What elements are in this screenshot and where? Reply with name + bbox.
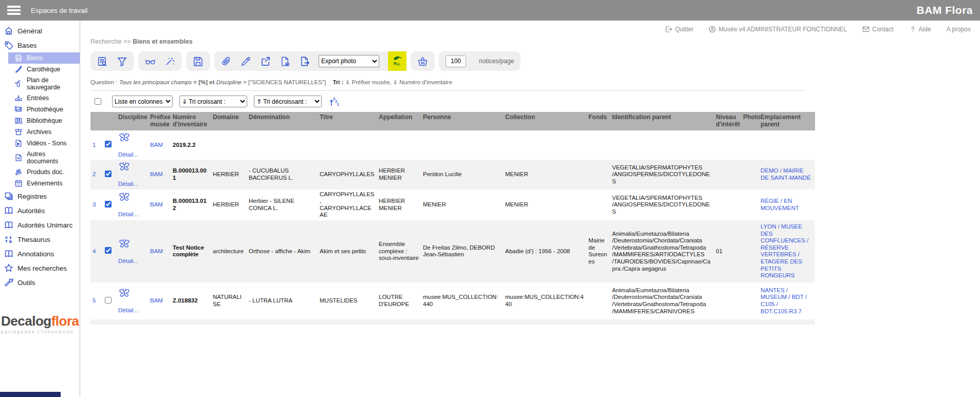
sidebar-item-phototheque[interactable]: Photothèque: [0, 104, 80, 115]
cell-emplacement-parent[interactable]: NANTES / MUSÉUM / BDT / C105 / BDT.C105.…: [761, 287, 807, 314]
top-bar: Espaces de travail BAM Flora: [0, 0, 980, 21]
file-video-icon: [14, 139, 23, 147]
star-icon: [4, 263, 13, 273]
cell-titre: [318, 130, 377, 160]
header-personne: Personne: [421, 112, 503, 130]
detail-link[interactable]: Détail...: [118, 181, 146, 188]
sidebar-item-label: Photothèque: [27, 106, 63, 113]
row-checkbox[interactable]: [105, 297, 112, 304]
cell-emplacement-parent[interactable]: LYON / MUSÉE DES CONFLUENCES / RÉSERVE V…: [761, 223, 808, 278]
cell-niveau-interet: [714, 319, 741, 325]
export-photo-select[interactable]: Export photo: [319, 55, 379, 67]
display-mode-select[interactable]: Liste en colonnes: [112, 96, 173, 107]
breadcrumb-current: Biens et ensembles: [133, 38, 193, 45]
list-search-icon[interactable]: [97, 56, 108, 67]
row-number-link[interactable]: 4: [93, 248, 96, 254]
row-number-link[interactable]: 2: [93, 171, 96, 177]
file-print-icon[interactable]: [280, 56, 290, 67]
page-size-input[interactable]: [446, 55, 466, 67]
quitter-link[interactable]: Quitter: [665, 26, 693, 33]
sidebar-item-thesaurus[interactable]: ABThesaurus: [0, 232, 80, 247]
row-checkbox[interactable]: [105, 247, 112, 254]
sidebar-item-archives[interactable]: Archives: [0, 126, 80, 138]
cell-fonds: [586, 319, 610, 325]
sidebar-item-annotations[interactable]: Annotations: [0, 247, 80, 261]
pencil-icon[interactable]: [241, 56, 251, 67]
select-all-checkbox[interactable]: [95, 98, 101, 105]
sort-desc-select[interactable]: ⇑ Tri décroissant :: [254, 96, 322, 107]
cell-photo: [741, 282, 759, 319]
header-identification-parent: Identification parent: [610, 112, 714, 130]
sidebar-item-bibliotheque[interactable]: Bibliothèque: [0, 115, 80, 126]
row-number-link[interactable]: 1: [93, 142, 96, 148]
book-icon: [4, 249, 13, 258]
cell-prefixe-musee[interactable]: BAM: [150, 171, 163, 177]
contact-link[interactable]: Contact: [862, 26, 893, 33]
cell-prefixe-musee[interactable]: BAM: [150, 142, 163, 148]
sidebar-item-bases[interactable]: Bases: [0, 38, 80, 52]
sidebar-item-videos-sons[interactable]: Vidéos - Sons: [0, 138, 80, 149]
header-fonds: Fonds: [586, 112, 610, 130]
magic-wand-icon[interactable]: [164, 56, 175, 67]
cell-appellation: [377, 130, 421, 160]
sidebar-item-evenements[interactable]: Evènements: [0, 178, 80, 189]
sidebar-item-label: Thesaurus: [17, 236, 50, 243]
sidebar-item-plan-de-sauvegarde[interactable]: Plan de sauvegarde: [0, 75, 80, 92]
cell-prefixe-musee[interactable]: BAM: [150, 201, 163, 207]
open-external-icon[interactable]: [260, 56, 271, 67]
sidebar-item-carotheque[interactable]: Carothèque: [0, 64, 80, 75]
sidebar-item-autres-documents[interactable]: Autres documents: [0, 149, 80, 166]
cell-denomination: - LUTRA LUTRA: [247, 282, 318, 319]
basket-icon[interactable]: [417, 56, 428, 67]
hamburger-menu-icon[interactable]: [7, 6, 21, 15]
sidebar-item-general[interactable]: Général: [0, 24, 80, 38]
row-number-link[interactable]: 5: [93, 297, 96, 304]
row-number-link[interactable]: 3: [93, 201, 96, 207]
sidebar-item-produits-doc[interactable]: Produits doc.: [0, 166, 80, 178]
sidebar-item-entrees[interactable]: Entrées: [0, 92, 80, 104]
row-checkbox[interactable]: [105, 171, 112, 177]
detail-link[interactable]: Détail...: [118, 258, 146, 265]
glasses-icon[interactable]: [145, 56, 156, 67]
paperclip-icon[interactable]: [221, 56, 232, 67]
detail-link[interactable]: Détail...: [118, 152, 146, 159]
cell-prefixe-musee[interactable]: BAM: [150, 297, 163, 304]
save-icon[interactable]: [193, 56, 204, 67]
cell-denomination: [247, 130, 318, 160]
user-menu[interactable]: Musée v4 ADMINISTRATEUR FONCTIONNEL: [709, 26, 847, 33]
cell-numero-inventaire: 2019.2.2: [173, 142, 196, 148]
results-table-wrap: Discipline Préfixe musée Numéro d'invent…: [90, 112, 980, 325]
decalog-logo: Decalogflora partageons l'innovation: [0, 314, 80, 334]
filter-icon[interactable]: [117, 56, 127, 67]
sort-asc-select[interactable]: ⇓ Tri croissant :: [179, 96, 247, 107]
toolbar-group-pagesize: notices/page: [439, 51, 521, 71]
cell-emplacement-parent[interactable]: RÉGIE / EN MOUVEMENT: [761, 198, 799, 211]
books-icon: [14, 117, 23, 125]
copies-icon: [4, 192, 13, 201]
apropos-link[interactable]: A propos: [947, 26, 971, 33]
sidebar-item-biens[interactable]: Biens: [8, 52, 80, 64]
sort-321-icon[interactable]: 321: [328, 96, 340, 107]
query-field-1: Tous les principaux champs: [119, 79, 192, 85]
bottom-partial-bar: [0, 392, 61, 397]
tag-icon: [4, 41, 13, 50]
row-checkbox[interactable]: [105, 141, 112, 147]
cell-emplacement-parent[interactable]: DÉMO / MAIRIE DE SAINT-MANDÉ: [761, 167, 811, 181]
cell-emplacement-parent[interactable]: NANTES / MUSÉUM / BDT / C105 / BDT.C105.…: [761, 324, 807, 325]
detail-link[interactable]: Détail...: [118, 307, 146, 314]
detail-link[interactable]: Détail...: [118, 211, 146, 218]
cell-prefixe-musee[interactable]: BAM: [150, 248, 163, 254]
sidebar-item-label: Produits doc.: [27, 168, 64, 176]
row-checkbox[interactable]: [105, 201, 112, 207]
table-row: 4 Détail... BAM Test Notice complète arc…: [90, 220, 815, 282]
aide-link[interactable]: Aide: [909, 26, 931, 33]
file-export-icon[interactable]: [299, 56, 310, 67]
sidebar-item-registres[interactable]: Registres: [0, 189, 80, 203]
table-row: 3 Détail... BAM B.000013.012 HERBIER Her…: [90, 190, 815, 220]
sidebar-item-autorites[interactable]: Autorités: [0, 203, 80, 218]
sidebar-item-mes-recherches[interactable]: Mes recherches: [0, 261, 80, 275]
sidebar-item-autorites-unimarc[interactable]: Autorités Unimarc: [0, 218, 80, 232]
recolnat-highlight[interactable]: R℮: [388, 51, 406, 71]
table-row: 1 Détail... BAM 2019.2.2: [90, 130, 815, 160]
sidebar-item-outils[interactable]: Outils: [0, 275, 80, 290]
